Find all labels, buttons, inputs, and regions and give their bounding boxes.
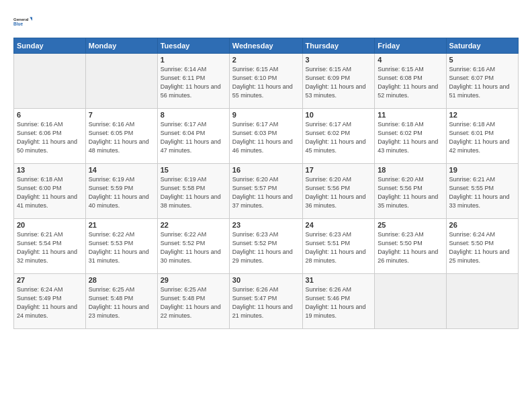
weekday-header-thursday: Thursday — [302, 38, 375, 54]
day-cell: 23Sunrise: 6:23 AMSunset: 5:52 PMDayligh… — [229, 219, 302, 274]
day-cell — [85, 54, 157, 109]
day-info: Sunrise: 6:21 AMSunset: 5:55 PMDaylight:… — [449, 175, 515, 210]
day-cell: 31Sunrise: 6:26 AMSunset: 5:46 PMDayligh… — [302, 274, 375, 329]
day-number: 8 — [161, 111, 226, 119]
day-number: 28 — [89, 276, 154, 284]
day-info: Sunrise: 6:19 AMSunset: 5:58 PMDaylight:… — [161, 175, 226, 210]
day-number: 4 — [378, 56, 443, 64]
day-info: Sunrise: 6:24 AMSunset: 5:49 PMDaylight:… — [17, 285, 83, 320]
day-info: Sunrise: 6:14 AMSunset: 6:11 PMDaylight:… — [161, 65, 226, 100]
day-number: 21 — [89, 221, 154, 229]
day-info: Sunrise: 6:18 AMSunset: 6:02 PMDaylight:… — [378, 120, 443, 155]
day-number: 14 — [89, 166, 154, 174]
day-cell: 25Sunrise: 6:23 AMSunset: 5:50 PMDayligh… — [375, 219, 446, 274]
day-number: 23 — [232, 221, 300, 229]
day-info: Sunrise: 6:15 AMSunset: 6:10 PMDaylight:… — [232, 65, 300, 100]
weekday-header-monday: Monday — [85, 38, 157, 54]
header: General Blue — [13, 12, 519, 31]
day-number: 15 — [161, 166, 226, 174]
day-number: 16 — [232, 166, 300, 174]
day-info: Sunrise: 6:15 AMSunset: 6:09 PMDaylight:… — [306, 65, 372, 100]
day-number: 7 — [89, 111, 154, 119]
day-cell: 1Sunrise: 6:14 AMSunset: 6:11 PMDaylight… — [157, 54, 229, 109]
day-number: 2 — [232, 56, 300, 64]
calendar-table: SundayMondayTuesdayWednesdayThursdayFrid… — [13, 38, 519, 329]
day-number: 10 — [306, 111, 372, 119]
day-info: Sunrise: 6:16 AMSunset: 6:06 PMDaylight:… — [17, 120, 83, 155]
day-cell: 28Sunrise: 6:25 AMSunset: 5:48 PMDayligh… — [85, 274, 157, 329]
day-cell: 27Sunrise: 6:24 AMSunset: 5:49 PMDayligh… — [14, 274, 86, 329]
day-info: Sunrise: 6:15 AMSunset: 6:08 PMDaylight:… — [378, 65, 443, 100]
day-info: Sunrise: 6:26 AMSunset: 5:47 PMDaylight:… — [232, 285, 300, 320]
calendar-page: General Blue SundayMondayTuesdayWednesda… — [0, 0, 532, 411]
day-cell — [14, 54, 86, 109]
day-info: Sunrise: 6:17 AMSunset: 6:02 PMDaylight:… — [306, 120, 372, 155]
day-cell: 22Sunrise: 6:22 AMSunset: 5:52 PMDayligh… — [157, 219, 229, 274]
day-info: Sunrise: 6:18 AMSunset: 6:01 PMDaylight:… — [449, 120, 515, 155]
day-info: Sunrise: 6:21 AMSunset: 5:54 PMDaylight:… — [17, 230, 83, 265]
day-number: 30 — [232, 276, 300, 284]
day-number: 25 — [378, 221, 443, 229]
weekday-header-tuesday: Tuesday — [157, 38, 229, 54]
day-cell: 11Sunrise: 6:18 AMSunset: 6:02 PMDayligh… — [375, 109, 446, 164]
day-cell: 30Sunrise: 6:26 AMSunset: 5:47 PMDayligh… — [229, 274, 302, 329]
day-info: Sunrise: 6:17 AMSunset: 6:03 PMDaylight:… — [232, 120, 300, 155]
day-number: 17 — [306, 166, 372, 174]
day-number: 9 — [232, 111, 300, 119]
day-info: Sunrise: 6:24 AMSunset: 5:50 PMDaylight:… — [449, 230, 515, 265]
day-info: Sunrise: 6:23 AMSunset: 5:52 PMDaylight:… — [232, 230, 300, 265]
week-row-1: 1Sunrise: 6:14 AMSunset: 6:11 PMDaylight… — [14, 54, 519, 109]
logo-icon: General Blue — [13, 12, 32, 31]
week-row-3: 13Sunrise: 6:18 AMSunset: 6:00 PMDayligh… — [14, 164, 519, 219]
week-row-5: 27Sunrise: 6:24 AMSunset: 5:49 PMDayligh… — [14, 274, 519, 329]
day-cell: 14Sunrise: 6:19 AMSunset: 5:59 PMDayligh… — [85, 164, 157, 219]
day-info: Sunrise: 6:18 AMSunset: 6:00 PMDaylight:… — [17, 175, 83, 210]
day-info: Sunrise: 6:25 AMSunset: 5:48 PMDaylight:… — [161, 285, 226, 320]
day-info: Sunrise: 6:22 AMSunset: 5:53 PMDaylight:… — [89, 230, 154, 265]
day-cell: 21Sunrise: 6:22 AMSunset: 5:53 PMDayligh… — [85, 219, 157, 274]
day-info: Sunrise: 6:20 AMSunset: 5:56 PMDaylight:… — [306, 175, 372, 210]
day-cell — [446, 274, 518, 329]
logo: General Blue — [13, 12, 32, 31]
day-info: Sunrise: 6:20 AMSunset: 5:57 PMDaylight:… — [232, 175, 300, 210]
day-number: 27 — [17, 276, 83, 284]
day-number: 6 — [17, 111, 83, 119]
day-number: 18 — [378, 166, 443, 174]
day-number: 13 — [17, 166, 83, 174]
weekday-header-friday: Friday — [375, 38, 446, 54]
weekday-header-wednesday: Wednesday — [229, 38, 302, 54]
day-cell: 24Sunrise: 6:23 AMSunset: 5:51 PMDayligh… — [302, 219, 375, 274]
day-cell: 12Sunrise: 6:18 AMSunset: 6:01 PMDayligh… — [446, 109, 518, 164]
day-cell: 6Sunrise: 6:16 AMSunset: 6:06 PMDaylight… — [14, 109, 86, 164]
day-info: Sunrise: 6:23 AMSunset: 5:51 PMDaylight:… — [306, 230, 372, 265]
day-cell: 15Sunrise: 6:19 AMSunset: 5:58 PMDayligh… — [157, 164, 229, 219]
svg-text:Blue: Blue — [13, 21, 23, 26]
week-row-4: 20Sunrise: 6:21 AMSunset: 5:54 PMDayligh… — [14, 219, 519, 274]
day-number: 29 — [161, 276, 226, 284]
weekday-header-row: SundayMondayTuesdayWednesdayThursdayFrid… — [14, 38, 519, 54]
day-info: Sunrise: 6:19 AMSunset: 5:59 PMDaylight:… — [89, 175, 154, 210]
day-number: 22 — [161, 221, 226, 229]
day-info: Sunrise: 6:26 AMSunset: 5:46 PMDaylight:… — [306, 285, 372, 320]
day-cell: 16Sunrise: 6:20 AMSunset: 5:57 PMDayligh… — [229, 164, 302, 219]
day-number: 31 — [306, 276, 372, 284]
day-cell: 20Sunrise: 6:21 AMSunset: 5:54 PMDayligh… — [14, 219, 86, 274]
day-info: Sunrise: 6:22 AMSunset: 5:52 PMDaylight:… — [161, 230, 226, 265]
day-number: 3 — [306, 56, 372, 64]
day-cell: 8Sunrise: 6:17 AMSunset: 6:04 PMDaylight… — [157, 109, 229, 164]
day-cell — [375, 274, 446, 329]
day-number: 24 — [306, 221, 372, 229]
day-cell: 9Sunrise: 6:17 AMSunset: 6:03 PMDaylight… — [229, 109, 302, 164]
day-info: Sunrise: 6:20 AMSunset: 5:56 PMDaylight:… — [378, 175, 443, 210]
day-info: Sunrise: 6:23 AMSunset: 5:50 PMDaylight:… — [378, 230, 443, 265]
day-cell: 7Sunrise: 6:16 AMSunset: 6:05 PMDaylight… — [85, 109, 157, 164]
day-cell: 26Sunrise: 6:24 AMSunset: 5:50 PMDayligh… — [446, 219, 518, 274]
day-number: 5 — [449, 56, 515, 64]
day-number: 11 — [378, 111, 443, 119]
day-number: 1 — [161, 56, 226, 64]
day-info: Sunrise: 6:25 AMSunset: 5:48 PMDaylight:… — [89, 285, 154, 320]
day-cell: 29Sunrise: 6:25 AMSunset: 5:48 PMDayligh… — [157, 274, 229, 329]
day-cell: 17Sunrise: 6:20 AMSunset: 5:56 PMDayligh… — [302, 164, 375, 219]
day-cell: 13Sunrise: 6:18 AMSunset: 6:00 PMDayligh… — [14, 164, 86, 219]
day-info: Sunrise: 6:16 AMSunset: 6:05 PMDaylight:… — [89, 120, 154, 155]
